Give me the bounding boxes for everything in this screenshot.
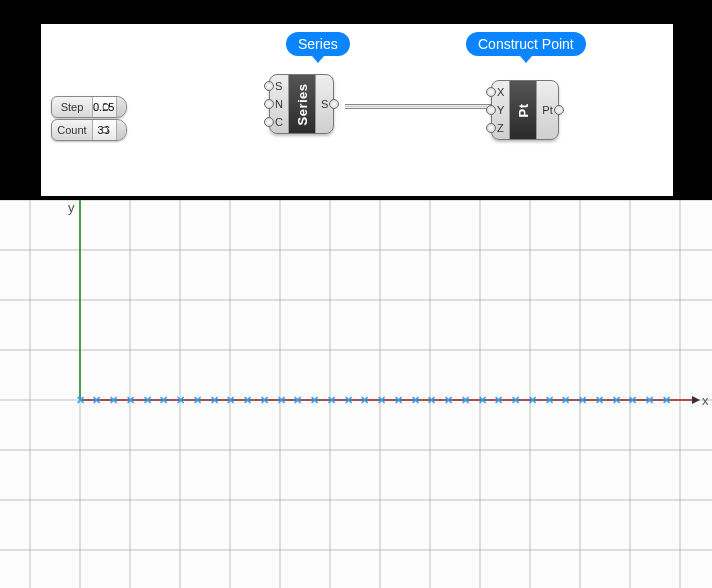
point-inputs: X Y Z xyxy=(492,81,509,139)
svg-rect-0 xyxy=(0,200,712,588)
point-marker: ✕ xyxy=(327,394,336,406)
slider-count-track[interactable]: 36 xyxy=(92,120,116,140)
series-input-n[interactable]: N xyxy=(275,95,283,113)
point-marker: ✕ xyxy=(545,394,554,406)
tooltip-series: Series xyxy=(286,32,350,56)
point-marker: ✕ xyxy=(528,394,537,406)
point-marker: ✕ xyxy=(76,394,85,406)
slider-count-grip[interactable] xyxy=(116,120,126,140)
point-marker: ✕ xyxy=(662,394,671,406)
point-marker: ✕ xyxy=(344,394,353,406)
wire-series-to-point xyxy=(345,104,493,109)
point-marker: ✕ xyxy=(126,394,135,406)
point-marker: ✕ xyxy=(494,394,503,406)
series-input-c[interactable]: C xyxy=(275,113,283,131)
point-marker: ✕ xyxy=(595,394,604,406)
point-marker: ✕ xyxy=(92,394,101,406)
point-marker: ✕ xyxy=(612,394,621,406)
point-output-pt[interactable]: Pt xyxy=(542,101,552,119)
point-marker: ✕ xyxy=(645,394,654,406)
point-input-z[interactable]: Z xyxy=(497,119,504,137)
point-marker: ✕ xyxy=(243,394,252,406)
slider-group: Step 0.25 Count 36 xyxy=(51,96,127,142)
series-output-s[interactable]: S xyxy=(321,95,328,113)
point-marker: ✕ xyxy=(109,394,118,406)
series-inputs: S N C xyxy=(270,75,288,133)
point-marker: ✕ xyxy=(427,394,436,406)
point-marker: ✕ xyxy=(511,394,520,406)
slider-count-label: Count xyxy=(52,124,92,136)
point-input-y[interactable]: Y xyxy=(497,101,504,119)
series-core: Series xyxy=(288,75,316,133)
point-marker: ✕ xyxy=(360,394,369,406)
slider-step-knob[interactable] xyxy=(102,104,109,111)
component-construct-point[interactable]: X Y Z Pt Pt xyxy=(491,80,559,140)
slider-step[interactable]: Step 0.25 xyxy=(51,96,127,118)
point-marker: ✕ xyxy=(561,394,570,406)
point-marker: ✕ xyxy=(411,394,420,406)
point-marker: ✕ xyxy=(444,394,453,406)
point-marker: ✕ xyxy=(310,394,319,406)
point-marker: ✕ xyxy=(277,394,286,406)
point-marker: ✕ xyxy=(377,394,386,406)
slider-step-label: Step xyxy=(52,101,92,113)
y-axis-label: y xyxy=(68,200,75,215)
tooltip-construct-point: Construct Point xyxy=(466,32,586,56)
point-marker: ✕ xyxy=(260,394,269,406)
point-marker: ✕ xyxy=(159,394,168,406)
canvas-panel: Series Construct Point Step 0.25 Count 3… xyxy=(41,24,673,196)
slider-count[interactable]: Count 36 xyxy=(51,119,127,141)
series-input-s[interactable]: S xyxy=(275,77,283,95)
point-input-x[interactable]: X xyxy=(497,83,504,101)
component-series[interactable]: S N C Series S xyxy=(269,74,334,134)
point-marker: ✕ xyxy=(478,394,487,406)
point-outputs: Pt xyxy=(537,81,557,139)
point-marker: ✕ xyxy=(210,394,219,406)
slider-count-knob[interactable] xyxy=(101,127,108,134)
point-marker: ✕ xyxy=(143,394,152,406)
point-marker: ✕ xyxy=(628,394,637,406)
point-marker: ✕ xyxy=(226,394,235,406)
point-marker: ✕ xyxy=(176,394,185,406)
point-marker: ✕ xyxy=(193,394,202,406)
x-axis-label: x xyxy=(702,393,709,408)
slider-step-track[interactable]: 0.25 xyxy=(92,97,116,117)
series-outputs: S xyxy=(316,75,333,133)
rhino-viewport[interactable]: xy✕✕✕✕✕✕✕✕✕✕✕✕✕✕✕✕✕✕✕✕✕✕✕✕✕✕✕✕✕✕✕✕✕✕✕✕ xyxy=(0,200,712,588)
point-marker: ✕ xyxy=(578,394,587,406)
point-marker: ✕ xyxy=(293,394,302,406)
slider-step-grip[interactable] xyxy=(116,97,126,117)
point-marker: ✕ xyxy=(394,394,403,406)
point-marker: ✕ xyxy=(461,394,470,406)
point-core: Pt xyxy=(509,81,537,139)
